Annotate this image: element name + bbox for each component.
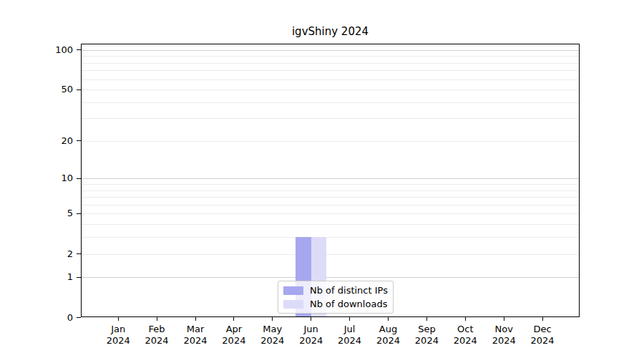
y-gridline-100 <box>82 50 579 51</box>
x-tick-apr-2024 <box>233 317 234 321</box>
y-tick-label-10: 10 <box>27 173 73 184</box>
x-tick-label-dec-2024: Dec2024 <box>522 324 562 347</box>
x-tick-label-line: 2024 <box>484 335 524 347</box>
x-tick-label-line: 2024 <box>330 335 370 347</box>
x-tick-feb-2024 <box>157 317 157 321</box>
legend-label: Nb of downloads <box>310 299 387 309</box>
x-tick-label-line: Apr <box>214 324 254 335</box>
legend-label: Nb of distinct IPs <box>310 285 388 296</box>
x-tick-sep-2024 <box>426 317 427 321</box>
legend-item-nb-of-distinct-ips: Nb of distinct IPs <box>283 284 388 296</box>
x-tick-label-line: Feb <box>137 324 177 335</box>
x-tick-label-line: 2024 <box>291 335 331 347</box>
x-tick-label-line: 2024 <box>253 335 293 347</box>
y-gridline-90 <box>82 56 579 57</box>
y-gridline-30 <box>82 118 579 119</box>
x-tick-label-line: Aug <box>369 324 409 335</box>
x-tick-jul-2024 <box>349 317 350 321</box>
y-gridline-70 <box>82 70 579 71</box>
legend-swatch <box>283 286 303 295</box>
y-tick-label-1: 1 <box>27 271 73 283</box>
x-tick-may-2024 <box>272 317 273 321</box>
x-tick-label-line: 2024 <box>522 335 562 347</box>
y-gridline-5 <box>82 213 579 214</box>
x-tick-label-line: Sep <box>406 324 447 335</box>
x-tick-label-jul-2024: Jul2024 <box>330 324 370 347</box>
plot-area: Nb of distinct IPsNb of downloads <box>81 44 580 317</box>
y-gridline-50 <box>82 90 579 90</box>
x-tick-label-line: Oct <box>445 324 485 335</box>
y-tick-2 <box>77 253 81 254</box>
x-tick-label-line: 2024 <box>137 335 177 347</box>
y-tick-label-2: 2 <box>27 248 73 260</box>
y-tick-label-0: 0 <box>27 312 73 324</box>
x-tick-label-line: May <box>253 324 293 335</box>
y-gridline-7 <box>82 197 579 198</box>
y-tick-20 <box>77 140 81 141</box>
x-tick-label-line: Jan <box>98 324 138 335</box>
y-gridline-8 <box>82 190 579 191</box>
x-tick-label-line: Jun <box>291 324 331 335</box>
x-tick-label-line: 2024 <box>214 335 254 347</box>
y-gridline-3 <box>82 237 579 238</box>
x-tick-label-line: 2024 <box>445 335 485 347</box>
x-tick-oct-2024 <box>465 317 466 321</box>
x-tick-label-line: 2024 <box>406 335 447 347</box>
y-tick-label-20: 20 <box>27 135 73 147</box>
x-tick-label-line: Mar <box>175 324 215 335</box>
x-tick-label-line: Nov <box>484 324 524 335</box>
x-tick-label-line: 2024 <box>175 335 215 347</box>
legend-swatch <box>283 300 303 309</box>
x-tick-label-apr-2024: Apr2024 <box>214 324 254 347</box>
y-tick-5 <box>77 213 81 214</box>
x-tick-label-line: Jul <box>330 324 370 335</box>
x-tick-label-line: 2024 <box>369 335 409 347</box>
x-tick-label-line: Dec <box>522 324 562 335</box>
y-tick-label-5: 5 <box>27 208 73 219</box>
x-tick-label-oct-2024: Oct2024 <box>445 324 485 347</box>
x-tick-label-jun-2024: Jun2024 <box>291 324 331 347</box>
legend-item-nb-of-downloads: Nb of downloads <box>283 298 388 310</box>
y-tick-label-50: 50 <box>27 84 73 95</box>
y-gridline-2 <box>82 254 579 255</box>
y-tick-label-100: 100 <box>27 44 73 56</box>
legend: Nb of distinct IPsNb of downloads <box>278 281 394 314</box>
y-gridline-1 <box>82 277 579 278</box>
x-tick-nov-2024 <box>504 317 504 321</box>
y-gridline-60 <box>82 79 579 80</box>
x-tick-label-jan-2024: Jan2024 <box>98 324 138 347</box>
x-tick-aug-2024 <box>388 317 389 321</box>
y-tick-0 <box>77 317 81 318</box>
y-tick-1 <box>77 277 81 278</box>
y-tick-50 <box>77 90 81 90</box>
y-gridline-40 <box>82 102 579 103</box>
x-tick-label-may-2024: May2024 <box>253 324 293 347</box>
x-tick-label-line: 2024 <box>98 335 138 347</box>
x-tick-label-sep-2024: Sep2024 <box>406 324 447 347</box>
x-tick-label-mar-2024: Mar2024 <box>175 324 215 347</box>
y-tick-100 <box>77 49 81 50</box>
x-tick-jan-2024 <box>118 317 119 321</box>
chart-figure: igvShiny 2024 Nb of distinct IPsNb of do… <box>0 0 644 358</box>
x-tick-mar-2024 <box>195 317 196 321</box>
y-gridline-20 <box>82 141 579 142</box>
x-tick-label-aug-2024: Aug2024 <box>369 324 409 347</box>
y-gridline-10 <box>82 178 579 179</box>
y-tick-10 <box>77 178 81 179</box>
y-gridline-80 <box>82 63 579 64</box>
x-tick-jun-2024 <box>311 317 311 321</box>
x-tick-label-feb-2024: Feb2024 <box>137 324 177 347</box>
y-gridline-6 <box>82 205 579 205</box>
x-tick-label-nov-2024: Nov2024 <box>484 324 524 347</box>
x-tick-dec-2024 <box>542 317 543 321</box>
chart-title: igvShiny 2024 <box>81 24 580 39</box>
y-gridline-9 <box>82 184 579 185</box>
y-gridline-4 <box>82 224 579 225</box>
